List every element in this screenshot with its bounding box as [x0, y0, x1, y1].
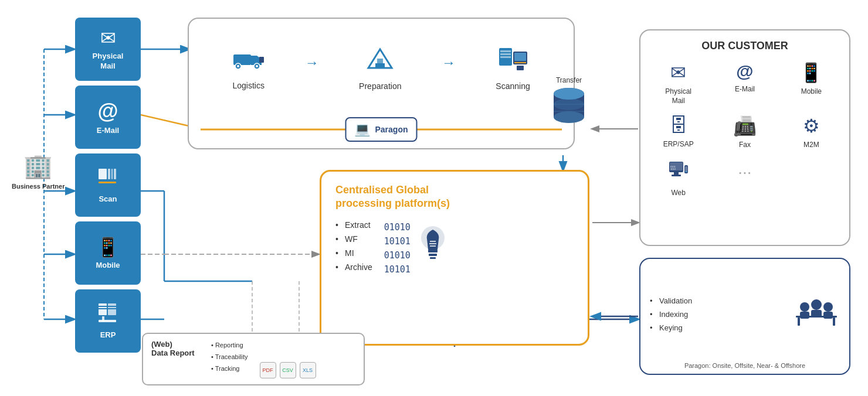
preparation-icon — [366, 47, 394, 77]
svg-rect-38 — [233, 54, 251, 65]
input-scan: Scan — [75, 153, 141, 217]
svg-rect-45 — [375, 63, 385, 68]
validation-footer: Paragon: Onsite, Offsite, Near- & Offsho… — [640, 362, 849, 369]
svg-rect-48 — [500, 50, 511, 52]
customer-fax-label: Fax — [739, 141, 751, 150]
customer-more-icon: ... — [738, 159, 751, 178]
transfer-label: Transfer — [551, 76, 586, 84]
validation-box: Validation Indexing Keying Paragon: Onsi… — [639, 258, 850, 375]
business-partner-label: Business Partner — [12, 182, 65, 190]
mobile-label: Mobile — [96, 261, 120, 271]
paragon-laptop-icon: 💻 — [354, 122, 370, 137]
csv-icon: CSV — [280, 362, 296, 378]
input-mobile: 📱 Mobile — [75, 221, 141, 285]
data-report-file-icons: PDF CSV XLS — [260, 362, 316, 378]
customer-box: OUR CUSTOMER ✉ PhysicalMail @ E-Mail 📱 M… — [639, 29, 850, 246]
xls-icon: XLS — [300, 362, 316, 378]
svg-rect-72 — [672, 175, 681, 176]
svg-rect-31 — [99, 306, 107, 307]
svg-rect-46 — [377, 59, 383, 63]
svg-rect-54 — [517, 66, 524, 70]
svg-rect-64 — [429, 254, 437, 256]
customer-fax: 📠 Fax — [716, 115, 773, 150]
validation-item-1: Validation — [650, 296, 784, 305]
svg-rect-79 — [798, 318, 800, 326]
scan-icon — [97, 166, 118, 192]
central-item-mi: MI — [335, 248, 372, 258]
team-icon — [793, 295, 840, 337]
customer-mobile: 📱 Mobile — [783, 62, 840, 105]
svg-rect-28 — [114, 169, 116, 179]
customer-mobile-icon: 📱 — [799, 62, 823, 84]
svg-rect-32 — [99, 308, 107, 309]
customer-web-label: Web — [671, 189, 685, 198]
svg-line-9 — [141, 115, 189, 126]
svg-rect-25 — [99, 169, 107, 179]
processing-pipeline: Logistics → Preparation → — [188, 18, 575, 149]
customer-email-icon: @ — [736, 62, 753, 81]
arrow-2: → — [442, 54, 456, 71]
scanning-label: Scanning — [496, 81, 530, 91]
customer-m2m-label: M2M — [803, 141, 819, 150]
customer-more: ... — [716, 159, 773, 198]
logistics-step: Logistics — [232, 47, 265, 90]
svg-rect-65 — [430, 257, 436, 259]
svg-point-57 — [554, 111, 584, 123]
email-icon: @ — [97, 99, 118, 124]
svg-rect-82 — [800, 312, 809, 319]
svg-rect-52 — [514, 53, 526, 61]
customer-m2m: ⚙ M2M — [783, 115, 840, 150]
main-diagram: 🏢 Business Partner ✉ PhysicalMail @ E-Ma… — [0, 0, 868, 396]
physical-mail-icon: ✉ — [100, 27, 116, 49]
svg-point-83 — [811, 299, 822, 310]
data-report-title-bold: Data Report — [151, 349, 195, 357]
customer-web-icon: 0101 1010 — [668, 159, 689, 185]
lightbulb-icon — [415, 221, 450, 275]
svg-point-43 — [237, 65, 239, 67]
customer-physical-mail: ✉ PhysicalMail — [650, 62, 707, 105]
validation-list: Validation Indexing Keying — [650, 296, 784, 337]
pdf-icon: PDF — [260, 362, 276, 378]
input-email: @ E-Mail — [75, 86, 141, 149]
scanning-icon — [498, 47, 528, 77]
svg-point-81 — [800, 302, 809, 312]
customer-mobile-label: Mobile — [801, 87, 822, 97]
validation-item-3: Keying — [650, 323, 784, 332]
input-channels: ✉ PhysicalMail @ E-Mail Scan 📱 — [75, 18, 141, 353]
binary-text: 01010101010101010101 — [384, 220, 411, 276]
validation-item-2: Indexing — [650, 310, 784, 319]
central-processing-box: Centralised Globalprocessing platform(s)… — [320, 170, 589, 346]
logistics-icon — [232, 47, 265, 76]
customer-email-label: E-Mail — [735, 85, 755, 94]
central-item-extract: Extract — [335, 220, 372, 230]
svg-rect-34 — [108, 306, 116, 307]
customer-mail-icon: ✉ — [670, 62, 686, 84]
mobile-icon: 📱 — [96, 236, 120, 258]
svg-rect-40 — [259, 57, 264, 63]
central-title: Centralised Globalprocessing platform(s) — [335, 183, 574, 211]
erp-icon — [97, 302, 118, 328]
building-icon: 🏢 — [12, 152, 65, 180]
svg-point-59 — [554, 88, 584, 100]
svg-rect-63 — [428, 250, 438, 252]
customer-grid: ✉ PhysicalMail @ E-Mail 📱 Mobile 🗄 ERP/S… — [650, 62, 840, 197]
svg-rect-37 — [99, 320, 116, 322]
svg-rect-27 — [111, 169, 113, 179]
svg-rect-71 — [674, 172, 679, 175]
customer-email: @ E-Mail — [716, 62, 773, 105]
svg-rect-29 — [99, 182, 116, 183]
customer-title: OUR CUSTOMER — [650, 40, 840, 52]
svg-point-44 — [256, 65, 258, 67]
central-item-archive: Archive — [335, 262, 372, 272]
customer-erp-icon: 🗄 — [669, 115, 688, 136]
svg-rect-86 — [823, 312, 833, 319]
transfer-section: Transfer — [551, 76, 586, 140]
paragon-label: Paragon — [375, 125, 408, 134]
preparation-step: Preparation — [359, 47, 401, 91]
customer-mail-label: PhysicalMail — [665, 87, 691, 105]
svg-rect-50 — [500, 56, 511, 58]
database-icon — [551, 87, 586, 140]
preparation-label: Preparation — [359, 81, 401, 91]
scan-label: Scan — [99, 194, 117, 204]
svg-text:1010: 1010 — [670, 168, 676, 170]
